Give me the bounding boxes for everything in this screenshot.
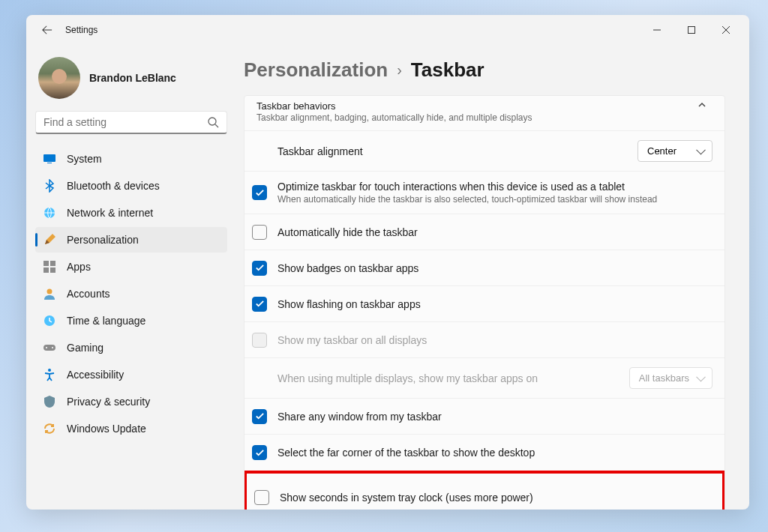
avatar [38, 57, 80, 99]
search-icon [207, 116, 219, 128]
row-label: Taskbar alignment [278, 145, 638, 157]
svg-rect-7 [44, 267, 49, 273]
minimize-button[interactable] [640, 18, 674, 42]
chevron-up-icon [698, 100, 706, 109]
alignment-select[interactable]: Center [638, 140, 712, 162]
apps-icon [43, 260, 56, 273]
nav-gaming[interactable]: Gaming [35, 335, 227, 360]
nav-label: Bluetooth & devices [67, 180, 160, 192]
nav-system[interactable]: System [35, 146, 227, 172]
sidebar: Brandon LeBlanc System Bluetooth & devic… [26, 45, 236, 510]
svg-rect-11 [44, 345, 56, 351]
checkbox-show-seconds[interactable] [254, 490, 269, 505]
checkbox-all-displays [252, 333, 267, 348]
nav-label: System [67, 153, 102, 165]
svg-point-12 [46, 347, 47, 348]
nav-label: Personalization [67, 234, 139, 246]
svg-point-13 [52, 347, 53, 348]
close-button[interactable] [709, 18, 743, 42]
row-autohide: Automatically hide the taskbar [244, 214, 724, 250]
nav-label: Time & language [67, 315, 146, 327]
panel-subtitle: Taskbar alignment, badging, automaticall… [256, 112, 692, 123]
collapse-button[interactable] [692, 100, 712, 109]
nav-list: System Bluetooth & devices Network & int… [35, 146, 227, 443]
chevron-right-icon: › [397, 61, 402, 79]
nav-label: Gaming [67, 342, 104, 354]
accessibility-icon [43, 368, 56, 381]
nav-time[interactable]: Time & language [35, 308, 227, 333]
highlighted-option: Show seconds in system tray clock (uses … [244, 471, 725, 510]
nav-privacy[interactable]: Privacy & security [35, 389, 227, 414]
maximize-button[interactable] [674, 18, 709, 42]
svg-rect-0 [688, 27, 695, 34]
multidisplay-select: All taskbars [629, 367, 712, 389]
nav-label: Accessibility [67, 369, 124, 381]
svg-rect-3 [47, 163, 52, 163]
checkbox-share[interactable] [252, 409, 267, 424]
time-icon [43, 314, 56, 327]
nav-label: Windows Update [67, 423, 146, 435]
row-touch-optimize: Optimize taskbar for touch interactions … [244, 172, 724, 214]
nav-bluetooth[interactable]: Bluetooth & devices [35, 173, 227, 199]
checkbox-touch[interactable] [252, 185, 267, 200]
row-label: Show seconds in system tray clock (uses … [280, 492, 710, 504]
row-far-corner: Select the far corner of the taskbar to … [244, 435, 724, 471]
nav-label: Accounts [67, 288, 110, 300]
row-label: Show my taskbar on all displays [278, 334, 712, 346]
checkbox-badges[interactable] [252, 261, 267, 276]
row-label: Select the far corner of the taskbar to … [278, 447, 712, 459]
settings-window: Settings Brandon LeBlanc System [26, 15, 749, 510]
nav-apps[interactable]: Apps [35, 254, 227, 279]
window-title: Settings [65, 25, 98, 35]
nav-accessibility[interactable]: Accessibility [35, 362, 227, 387]
breadcrumb-current: Taskbar [411, 58, 484, 82]
svg-point-9 [47, 289, 52, 294]
bluetooth-icon [43, 179, 56, 193]
profile-name: Brandon LeBlanc [89, 72, 176, 84]
maximize-icon [688, 26, 695, 34]
search-input[interactable] [44, 116, 207, 128]
panel-title: Taskbar behaviors [256, 100, 692, 112]
search-box[interactable] [35, 111, 227, 134]
back-button[interactable] [35, 18, 59, 42]
row-label: Show flashing on taskbar apps [278, 298, 712, 310]
row-badges: Show badges on taskbar apps [244, 250, 724, 286]
nav-accounts[interactable]: Accounts [35, 281, 227, 306]
row-label: Share any window from my taskbar [278, 411, 712, 423]
gaming-icon [43, 341, 56, 354]
panel-header[interactable]: Taskbar behaviors Taskbar alignment, bad… [244, 96, 724, 131]
nav-personalization[interactable]: Personalization [35, 227, 227, 253]
update-icon [43, 422, 56, 435]
taskbar-behaviors-panel: Taskbar behaviors Taskbar alignment, bad… [244, 95, 725, 510]
checkbox-flashing[interactable] [252, 297, 267, 312]
svg-point-14 [48, 369, 51, 372]
svg-rect-6 [50, 261, 56, 266]
minimize-icon [653, 26, 661, 34]
nav-label: Network & internet [67, 207, 153, 219]
checkbox-autohide[interactable] [252, 225, 267, 240]
nav-update[interactable]: Windows Update [35, 416, 227, 441]
back-arrow-icon [42, 25, 52, 35]
privacy-icon [43, 395, 56, 408]
personalization-icon [43, 233, 56, 247]
close-icon [722, 26, 730, 34]
breadcrumb-parent[interactable]: Personalization [244, 58, 388, 82]
system-icon [43, 152, 56, 166]
row-label: Show badges on taskbar apps [278, 262, 712, 274]
row-label: Optimize taskbar for touch interactions … [278, 181, 712, 193]
svg-point-1 [208, 118, 216, 125]
account-profile[interactable]: Brandon LeBlanc [35, 51, 227, 111]
row-label: Automatically hide the taskbar [278, 226, 712, 238]
row-all-displays: Show my taskbar on all displays [244, 322, 724, 358]
titlebar: Settings [26, 15, 749, 45]
row-sublabel: When automatically hide the taskbar is a… [278, 194, 712, 205]
row-flashing: Show flashing on taskbar apps [244, 286, 724, 322]
nav-label: Privacy & security [67, 396, 150, 408]
checkbox-far-corner[interactable] [252, 445, 267, 460]
row-show-seconds: Show seconds in system tray clock (uses … [247, 474, 722, 510]
row-label: When using multiple displays, show my ta… [278, 372, 629, 384]
svg-rect-5 [44, 261, 49, 266]
svg-rect-2 [44, 154, 56, 162]
nav-network[interactable]: Network & internet [35, 200, 227, 226]
row-multidisplay-apps: When using multiple displays, show my ta… [244, 358, 724, 399]
